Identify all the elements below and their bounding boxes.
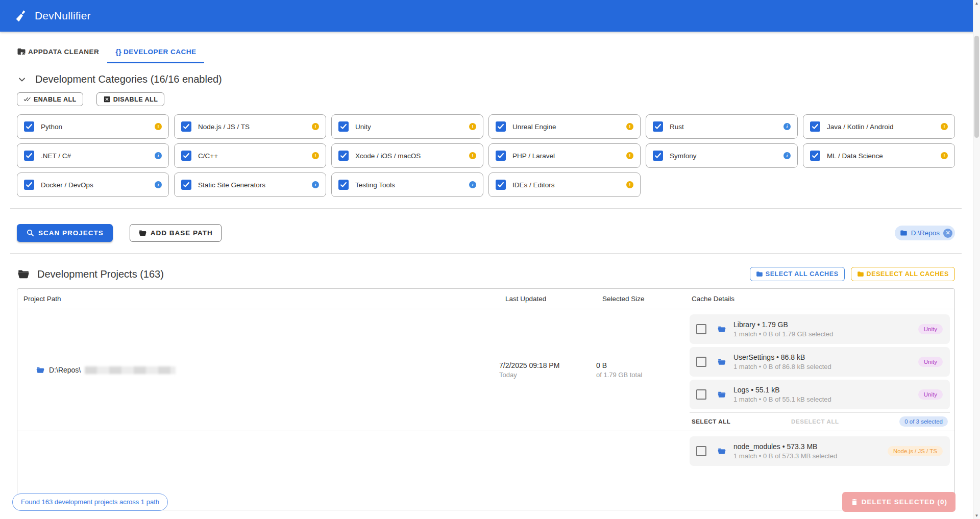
checkbox-checked[interactable] [810,121,820,132]
category-label: Unreal Engine [512,123,626,131]
column-selected-size: Selected Size [596,289,685,309]
category-status-icon [155,123,162,130]
remove-path-icon[interactable]: ✕ [943,229,952,238]
tab-bar: APPDATA CLEANER {} DEVELOPER CACHE [0,32,980,63]
category-card-python[interactable]: Python [17,114,169,139]
checkbox-checked[interactable] [338,180,349,190]
category-status-icon [783,152,791,159]
category-card-testing[interactable]: Testing Tools [331,172,483,197]
checkbox-checked[interactable] [24,180,34,190]
category-label: PHP / Laravel [512,152,626,160]
last-updated-value: 7/2/2025 09:18 PM [499,361,596,369]
folder-open-icon [17,267,30,281]
enable-all-button[interactable]: ENABLE ALL [17,92,83,106]
cache-name: UserSettings • 86.8 kB [733,353,918,361]
select-all-caches-button[interactable]: SELECT ALL CACHES [750,267,845,281]
category-card-cpp[interactable]: C/C++ [174,143,326,168]
scan-projects-label: SCAN PROJECTS [38,229,104,237]
column-cache-details: Cache Details [685,289,954,309]
category-label: Docker / DevOps [41,181,155,189]
category-card-ides[interactable]: IDEs / Editors [488,172,641,197]
selected-count-chip: 0 of 3 selected [899,416,948,427]
checkbox-checked[interactable] [181,151,191,161]
category-status-icon [155,152,162,159]
scroll-up-arrow[interactable]: ▲ [973,1,980,6]
category-card-node[interactable]: Node.js / JS / TS [174,114,326,139]
checkbox-checked[interactable] [810,151,820,161]
deselect-all-link[interactable]: DESELECT ALL [791,418,839,425]
checkbox-checked[interactable] [181,121,191,132]
disabled-box-icon [103,95,111,103]
cache-item-library[interactable]: Library • 1.79 GB 1 match • 0 B of 1.79 … [690,314,950,344]
delete-selected-button[interactable]: DELETE SELECTED (0) [842,492,955,512]
category-card-unreal[interactable]: Unreal Engine [488,114,641,139]
category-card-symfony[interactable]: Symfony [646,143,798,168]
scroll-down-arrow[interactable]: ▼ [973,513,980,518]
category-card-docker[interactable]: Docker / DevOps [17,172,169,197]
scrollbar-thumb[interactable] [974,36,979,138]
checkbox-unchecked[interactable] [696,389,706,400]
checkbox-checked[interactable] [338,121,349,132]
category-label: Static Site Generators [198,181,312,189]
category-card-unity[interactable]: Unity [331,114,483,139]
selected-size-value: 0 B [596,361,685,369]
chevron-down-icon[interactable] [17,75,27,85]
projects-table: Project Path Last Updated Selected Size … [17,288,955,510]
category-card-dotnet[interactable]: .NET / C# [17,143,169,168]
code-braces-icon: {} [115,47,121,56]
cache-item-usersettings[interactable]: UserSettings • 86.8 kB 1 match • 0 B of … [690,347,950,377]
category-status-icon [626,181,633,188]
projects-header: Development Projects (163) SELECT ALL CA… [17,267,955,281]
main-content: Development Categories (16/16 enabled) E… [0,73,980,510]
categories-actions: ENABLE ALL DISABLE ALL [17,92,955,106]
tab-developer-cache[interactable]: {} DEVELOPER CACHE [107,42,204,63]
cache-detail: 1 match • 0 B of 1.79 GB selected [733,330,918,338]
cache-details-cell: Library • 1.79 GB 1 match • 0 B of 1.79 … [685,309,954,431]
last-updated-relative: Today [499,371,596,379]
category-card-static-site[interactable]: Static Site Generators [174,172,326,197]
checkbox-checked[interactable] [653,151,663,161]
category-label: Testing Tools [355,181,469,189]
delete-selected-label: DELETE SELECTED (0) [862,498,947,506]
category-status-icon [312,152,319,159]
add-base-path-label: ADD BASE PATH [151,229,213,237]
category-card-java[interactable]: Java / Kotlin / Android [803,114,955,139]
folder-icon [717,325,726,334]
base-path-label: D:\Repos [911,229,940,237]
checkbox-unchecked[interactable] [696,357,706,367]
cache-item-node-modules[interactable]: node_modules • 573.3 MB 1 match • 0 B of… [690,436,950,466]
cache-footer: SELECT ALL DESELECT ALL 0 of 3 selected [690,412,950,428]
folder-x-icon [857,270,864,278]
project-path-cell: D:\Repos\ [17,365,499,375]
disable-all-button[interactable]: DISABLE ALL [96,92,165,106]
window-scrollbar[interactable]: ▲ ▼ [973,0,980,519]
checkbox-checked[interactable] [496,151,506,161]
checkbox-checked[interactable] [24,151,34,161]
checkbox-checked[interactable] [653,121,663,132]
checkbox-checked[interactable] [181,180,191,190]
category-card-ml[interactable]: ML / Data Science [803,143,955,168]
scan-projects-button[interactable]: SCAN PROJECTS [17,224,113,242]
checkbox-checked[interactable] [24,121,34,132]
checkbox-unchecked[interactable] [696,324,706,334]
select-all-link[interactable]: SELECT ALL [692,418,731,425]
checkbox-checked[interactable] [338,151,349,161]
divider [10,253,962,254]
cache-badge: Unity [918,324,943,334]
category-card-php[interactable]: PHP / Laravel [488,143,641,168]
tab-appdata-cleaner[interactable]: APPDATA CLEANER [9,42,107,63]
brand: DevNullifier [15,9,91,22]
checkbox-checked[interactable] [496,180,506,190]
category-card-xcode[interactable]: Xcode / iOS / macOS [331,143,483,168]
checkbox-unchecked[interactable] [696,446,706,456]
deselect-all-caches-button[interactable]: DESELECT ALL CACHES [851,267,955,281]
category-card-rust[interactable]: Rust [646,114,798,139]
categories-header[interactable]: Development Categories (16/16 enabled) [17,73,955,85]
category-label: ML / Data Science [827,152,941,160]
category-status-icon [626,123,633,130]
checkbox-checked[interactable] [496,121,506,132]
cache-item-logs[interactable]: Logs • 55.1 kB 1 match • 0 B of 55.1 kB … [690,380,950,409]
add-base-path-button[interactable]: ADD BASE PATH [130,224,222,242]
category-label: Xcode / iOS / macOS [355,152,469,160]
base-path-chip[interactable]: D:\Repos ✕ [895,226,955,240]
